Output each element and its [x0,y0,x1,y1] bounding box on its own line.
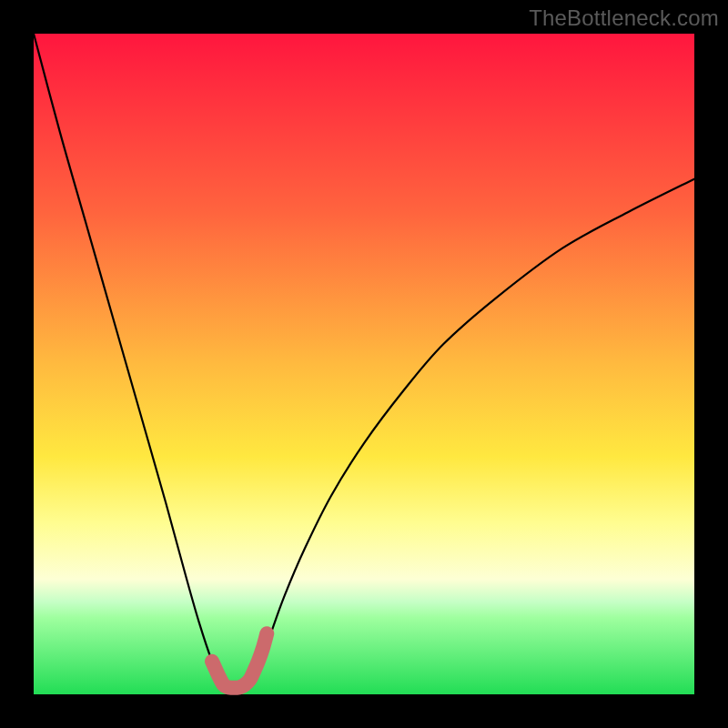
watermark-text: TheBottleneck.com [529,5,719,31]
chart-svg [34,34,694,694]
chart-frame: TheBottleneck.com [0,0,728,728]
chart-plot-area [34,34,694,694]
bottleneck-curve-path [34,34,694,688]
highlight-segment-path [212,633,267,688]
